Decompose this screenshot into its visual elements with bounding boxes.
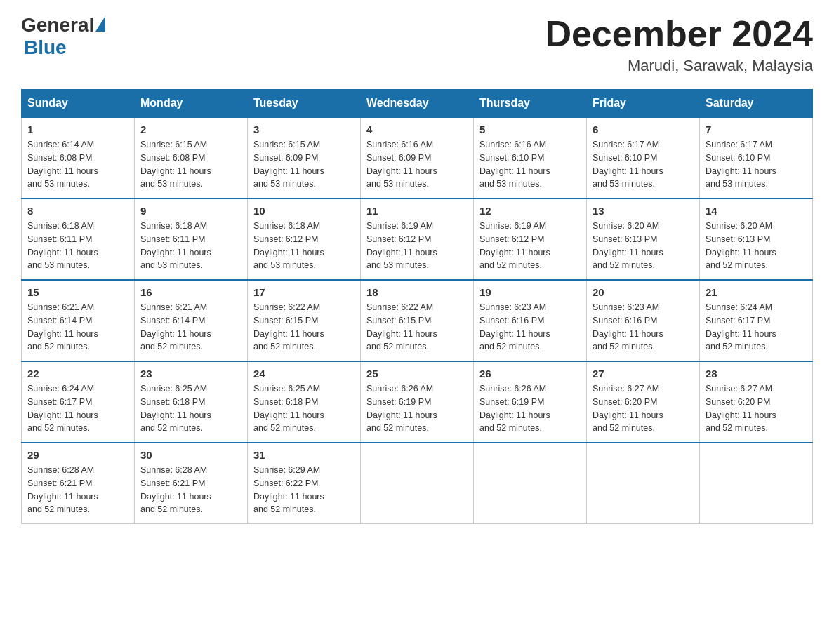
day-number: 20: [593, 286, 694, 298]
calendar-cell: 20 Sunrise: 6:23 AM Sunset: 6:16 PM Dayl…: [587, 280, 700, 361]
day-info: Sunrise: 6:26 AM Sunset: 6:19 PM Dayligh…: [479, 382, 581, 435]
day-info: Sunrise: 6:19 AM Sunset: 6:12 PM Dayligh…: [479, 220, 581, 272]
calendar-cell: 23 Sunrise: 6:25 AM Sunset: 6:18 PM Dayl…: [135, 361, 248, 443]
day-number: 23: [140, 368, 241, 380]
calendar-cell: 9 Sunrise: 6:18 AM Sunset: 6:11 PM Dayli…: [135, 199, 248, 280]
day-info: Sunrise: 6:29 AM Sunset: 6:22 PM Dayligh…: [253, 464, 355, 516]
day-info: Sunrise: 6:28 AM Sunset: 6:21 PM Dayligh…: [27, 464, 128, 516]
day-number: 17: [253, 286, 355, 298]
day-info: Sunrise: 6:19 AM Sunset: 6:12 PM Dayligh…: [366, 220, 468, 272]
calendar-cell: 10 Sunrise: 6:18 AM Sunset: 6:12 PM Dayl…: [248, 199, 361, 280]
calendar-cell: 16 Sunrise: 6:21 AM Sunset: 6:14 PM Dayl…: [135, 280, 248, 361]
day-info: Sunrise: 6:20 AM Sunset: 6:13 PM Dayligh…: [593, 220, 694, 272]
header-saturday: Saturday: [700, 90, 813, 118]
calendar-cell: 15 Sunrise: 6:21 AM Sunset: 6:14 PM Dayl…: [22, 280, 135, 361]
calendar-cell: 30 Sunrise: 6:28 AM Sunset: 6:21 PM Dayl…: [135, 443, 248, 524]
day-info: Sunrise: 6:24 AM Sunset: 6:17 PM Dayligh…: [27, 382, 128, 435]
header-tuesday: Tuesday: [248, 90, 361, 118]
calendar-week-4: 22 Sunrise: 6:24 AM Sunset: 6:17 PM Dayl…: [22, 361, 813, 443]
day-info: Sunrise: 6:18 AM Sunset: 6:12 PM Dayligh…: [253, 220, 355, 272]
day-number: 27: [593, 368, 694, 380]
day-info: Sunrise: 6:15 AM Sunset: 6:09 PM Dayligh…: [253, 138, 355, 191]
day-number: 4: [366, 123, 468, 135]
calendar-cell: 12 Sunrise: 6:19 AM Sunset: 6:12 PM Dayl…: [474, 199, 587, 280]
calendar-cell: 21 Sunrise: 6:24 AM Sunset: 6:17 PM Dayl…: [700, 280, 813, 361]
day-info: Sunrise: 6:27 AM Sunset: 6:20 PM Dayligh…: [593, 382, 694, 435]
calendar-week-3: 15 Sunrise: 6:21 AM Sunset: 6:14 PM Dayl…: [22, 280, 813, 361]
day-info: Sunrise: 6:22 AM Sunset: 6:15 PM Dayligh…: [253, 301, 355, 354]
day-info: Sunrise: 6:23 AM Sunset: 6:16 PM Dayligh…: [479, 301, 581, 354]
location-title: Marudi, Sarawak, Malaysia: [545, 57, 813, 75]
calendar-cell: 14 Sunrise: 6:20 AM Sunset: 6:13 PM Dayl…: [700, 199, 813, 280]
day-number: 26: [479, 368, 581, 380]
calendar-cell: 26 Sunrise: 6:26 AM Sunset: 6:19 PM Dayl…: [474, 361, 587, 443]
day-info: Sunrise: 6:23 AM Sunset: 6:16 PM Dayligh…: [593, 301, 694, 354]
calendar-week-2: 8 Sunrise: 6:18 AM Sunset: 6:11 PM Dayli…: [22, 199, 813, 280]
logo-triangle-icon: [95, 16, 105, 32]
day-info: Sunrise: 6:17 AM Sunset: 6:10 PM Dayligh…: [593, 138, 694, 191]
header-sunday: Sunday: [22, 90, 135, 118]
header-monday: Monday: [135, 90, 248, 118]
calendar-cell: 7 Sunrise: 6:17 AM Sunset: 6:10 PM Dayli…: [700, 117, 813, 199]
calendar-cell: 4 Sunrise: 6:16 AM Sunset: 6:09 PM Dayli…: [361, 117, 474, 199]
calendar-cell: [361, 443, 474, 524]
day-number: 21: [706, 286, 807, 298]
day-number: 14: [706, 205, 807, 217]
day-number: 29: [27, 449, 128, 461]
header-friday: Friday: [587, 90, 700, 118]
day-info: Sunrise: 6:26 AM Sunset: 6:19 PM Dayligh…: [366, 382, 468, 435]
day-info: Sunrise: 6:17 AM Sunset: 6:10 PM Dayligh…: [706, 138, 807, 191]
day-number: 8: [27, 205, 128, 217]
logo-blue: Blue: [24, 36, 67, 58]
calendar-cell: 25 Sunrise: 6:26 AM Sunset: 6:19 PM Dayl…: [361, 361, 474, 443]
day-info: Sunrise: 6:21 AM Sunset: 6:14 PM Dayligh…: [27, 301, 128, 354]
calendar-cell: 5 Sunrise: 6:16 AM Sunset: 6:10 PM Dayli…: [474, 117, 587, 199]
calendar-cell: 27 Sunrise: 6:27 AM Sunset: 6:20 PM Dayl…: [587, 361, 700, 443]
day-info: Sunrise: 6:20 AM Sunset: 6:13 PM Dayligh…: [706, 220, 807, 272]
day-number: 18: [366, 286, 468, 298]
calendar-cell: 2 Sunrise: 6:15 AM Sunset: 6:08 PM Dayli…: [135, 117, 248, 199]
header-wednesday: Wednesday: [361, 90, 474, 118]
calendar-cell: 3 Sunrise: 6:15 AM Sunset: 6:09 PM Dayli…: [248, 117, 361, 199]
day-number: 3: [253, 123, 355, 135]
calendar-cell: 19 Sunrise: 6:23 AM Sunset: 6:16 PM Dayl…: [474, 280, 587, 361]
calendar-cell: 28 Sunrise: 6:27 AM Sunset: 6:20 PM Dayl…: [700, 361, 813, 443]
calendar-cell: 1 Sunrise: 6:14 AM Sunset: 6:08 PM Dayli…: [22, 117, 135, 199]
calendar-cell: [587, 443, 700, 524]
calendar-table: SundayMondayTuesdayWednesdayThursdayFrid…: [21, 89, 813, 524]
day-number: 22: [27, 368, 128, 380]
day-number: 30: [140, 449, 241, 461]
day-number: 6: [593, 123, 694, 135]
day-number: 28: [706, 368, 807, 380]
day-info: Sunrise: 6:22 AM Sunset: 6:15 PM Dayligh…: [366, 301, 468, 354]
calendar-cell: 24 Sunrise: 6:25 AM Sunset: 6:18 PM Dayl…: [248, 361, 361, 443]
header-thursday: Thursday: [474, 90, 587, 118]
day-number: 19: [479, 286, 581, 298]
day-number: 25: [366, 368, 468, 380]
day-info: Sunrise: 6:16 AM Sunset: 6:09 PM Dayligh…: [366, 138, 468, 191]
calendar-cell: [700, 443, 813, 524]
day-number: 9: [140, 205, 241, 217]
day-info: Sunrise: 6:21 AM Sunset: 6:14 PM Dayligh…: [140, 301, 241, 354]
day-info: Sunrise: 6:18 AM Sunset: 6:11 PM Dayligh…: [27, 220, 128, 272]
day-info: Sunrise: 6:14 AM Sunset: 6:08 PM Dayligh…: [27, 138, 128, 191]
month-title: December 2024: [545, 14, 813, 54]
day-number: 15: [27, 286, 128, 298]
day-number: 2: [140, 123, 241, 135]
day-info: Sunrise: 6:27 AM Sunset: 6:20 PM Dayligh…: [706, 382, 807, 435]
calendar-cell: 31 Sunrise: 6:29 AM Sunset: 6:22 PM Dayl…: [248, 443, 361, 524]
calendar-cell: 18 Sunrise: 6:22 AM Sunset: 6:15 PM Dayl…: [361, 280, 474, 361]
title-section: December 2024 Marudi, Sarawak, Malaysia: [545, 14, 813, 75]
day-info: Sunrise: 6:16 AM Sunset: 6:10 PM Dayligh…: [479, 138, 581, 191]
logo-general: General: [21, 14, 94, 36]
calendar-cell: 8 Sunrise: 6:18 AM Sunset: 6:11 PM Dayli…: [22, 199, 135, 280]
day-number: 11: [366, 205, 468, 217]
calendar-cell: 29 Sunrise: 6:28 AM Sunset: 6:21 PM Dayl…: [22, 443, 135, 524]
day-info: Sunrise: 6:24 AM Sunset: 6:17 PM Dayligh…: [706, 301, 807, 354]
calendar-week-1: 1 Sunrise: 6:14 AM Sunset: 6:08 PM Dayli…: [22, 117, 813, 199]
day-number: 31: [253, 449, 355, 461]
calendar-header-row: SundayMondayTuesdayWednesdayThursdayFrid…: [22, 90, 813, 118]
calendar-cell: 22 Sunrise: 6:24 AM Sunset: 6:17 PM Dayl…: [22, 361, 135, 443]
day-info: Sunrise: 6:18 AM Sunset: 6:11 PM Dayligh…: [140, 220, 241, 272]
logo: General Blue: [21, 14, 107, 59]
